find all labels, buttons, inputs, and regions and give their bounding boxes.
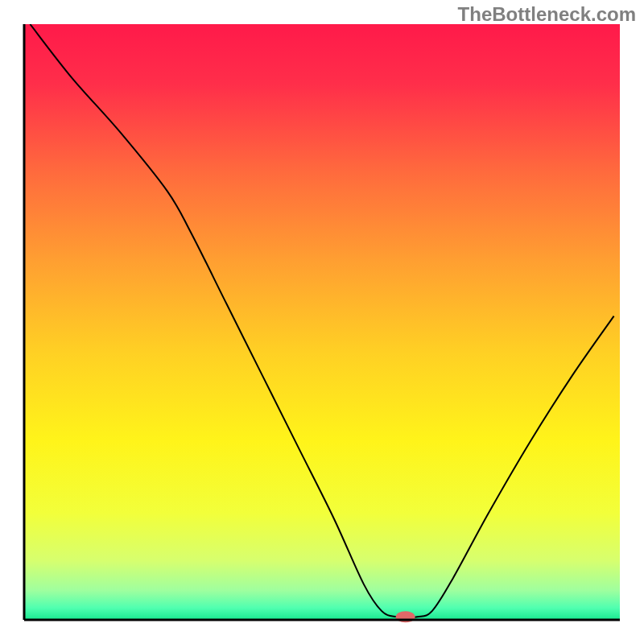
- chart-container: TheBottleneck.com: [0, 0, 644, 644]
- gradient-background: [24, 24, 620, 620]
- plot-area: [24, 24, 620, 622]
- watermark-text: TheBottleneck.com: [458, 3, 636, 26]
- bottleneck-chart: [0, 0, 644, 644]
